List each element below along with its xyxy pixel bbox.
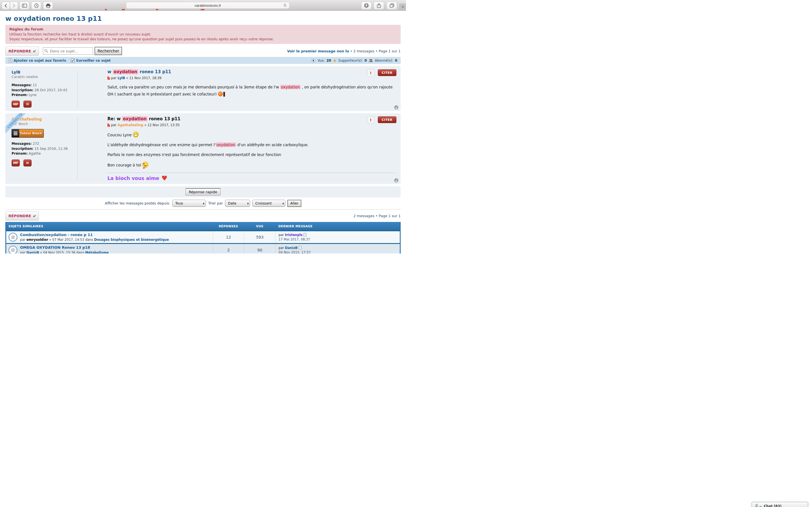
reply-button[interactable]: RÉPONDRE bbox=[5, 211, 39, 220]
post-doc-icon bbox=[107, 123, 110, 127]
topic-stats: Vus:20 ★ Supporteur(s):0 + Abonné(s):0 bbox=[311, 58, 397, 63]
back-to-top-icon[interactable]: ▲ bbox=[394, 105, 398, 110]
print-icon[interactable] bbox=[43, 2, 53, 9]
back-to-top-icon[interactable]: ▲ bbox=[394, 178, 398, 182]
heart-icon: ♥ bbox=[161, 175, 167, 182]
rules-line: Soyez respectueux, et pour faciliter le … bbox=[9, 37, 397, 42]
topic-link[interactable]: OMEGA OXYDATION Roneo 13 p18 bbox=[20, 245, 109, 250]
private-message-button[interactable]: MP bbox=[11, 101, 20, 108]
topic-icon bbox=[8, 245, 17, 253]
add-favorite-link[interactable]: ★ Ajouter ce sujet aux favoris bbox=[9, 58, 66, 63]
author-stats: Messages: 272 Inscription: 15 Sep 2016, … bbox=[11, 142, 77, 156]
post-date: » 11 Nov 2017, 18:39 bbox=[126, 76, 161, 80]
history-icon[interactable] bbox=[31, 2, 41, 9]
banner-fragment bbox=[122, 9, 125, 10]
share-icon[interactable] bbox=[373, 2, 384, 9]
table-row: Combustion/oxydation - ronéo p 11 par em… bbox=[6, 230, 400, 243]
topic-icon bbox=[8, 233, 17, 242]
quote-button[interactable]: CITER bbox=[378, 69, 396, 76]
bottom-topic-meta: 2 messages • Page 1 sur 1 bbox=[353, 214, 401, 218]
column-header-replies: RÉPONSES bbox=[213, 224, 244, 228]
first-unread-link[interactable]: Voir le premier message non lu bbox=[287, 49, 349, 53]
display-options-row: Afficher les messages postés depuis: Tou… bbox=[5, 200, 401, 207]
forward-button[interactable] bbox=[10, 2, 18, 9]
search-highlight: oxydation bbox=[122, 116, 147, 121]
sort-order-select[interactable]: Croissant ▲▼ bbox=[252, 200, 285, 207]
topic-link[interactable]: Combustion/oxydation - ronéo p 11 bbox=[20, 233, 169, 237]
reply-arrow-icon bbox=[33, 214, 36, 217]
reload-icon[interactable] bbox=[283, 3, 287, 8]
author-join-date: 15 Sep 2016, 11:36 bbox=[35, 147, 68, 151]
email-button[interactable]: ✉ bbox=[23, 159, 32, 166]
report-button[interactable]: ! bbox=[367, 116, 374, 124]
author-rank: Tut' Bioch bbox=[11, 122, 77, 126]
quote-button[interactable]: CITER bbox=[378, 116, 396, 123]
post-body-line: Parfois le nom des enzymes n'est pas for… bbox=[107, 151, 396, 158]
report-button[interactable]: ! bbox=[367, 69, 374, 76]
reply-button[interactable]: RÉPONDRE bbox=[5, 47, 39, 55]
email-button[interactable]: ✉ bbox=[23, 101, 32, 108]
signature-text: La bioch vous aime bbox=[107, 175, 159, 181]
replies-count: 12 bbox=[213, 231, 244, 243]
new-tab-button[interactable]: + bbox=[400, 4, 406, 10]
topic-byline: par DanizB » 04 Nov 2015, 15:36 dans Mét… bbox=[20, 251, 109, 253]
byline-author-link[interactable]: LylB bbox=[117, 76, 125, 80]
subscribers-count: 0 bbox=[395, 59, 397, 62]
topic-author-link[interactable]: emrysoldier bbox=[27, 238, 48, 242]
topic-byline: par emrysoldier » 07 Mar 2017, 14:53 dan… bbox=[20, 238, 169, 242]
search-input[interactable] bbox=[43, 47, 93, 55]
post-title-link[interactable]: w oxydation roneo 13 p11 bbox=[107, 69, 396, 74]
emoji-grin bbox=[133, 131, 139, 137]
select-arrows-icon: ▲▼ bbox=[202, 202, 206, 205]
supporters-count: 0 bbox=[364, 59, 367, 62]
display-label: Afficher les messages postés depuis: bbox=[105, 201, 170, 205]
topic-author-link[interactable]: DanizB bbox=[27, 251, 39, 253]
views-count: 593 bbox=[244, 231, 275, 243]
author-username-link[interactable]: LylB bbox=[11, 70, 77, 74]
reply-arrow-icon bbox=[33, 50, 36, 53]
goto-last-post-icon[interactable] bbox=[303, 233, 306, 237]
sort-by-select[interactable]: Date ▲▼ bbox=[225, 200, 250, 207]
last-author-link[interactable]: tristenpls bbox=[285, 233, 303, 237]
forum-rules-box: Règles du forum Utilisez la fonction rec… bbox=[5, 25, 401, 44]
byline-author-link[interactable]: Agathafeeling bbox=[117, 123, 143, 127]
search-button[interactable]: Rechercher bbox=[95, 47, 122, 55]
post-content: w oxydation roneo 13 p11 par LylB » 11 N… bbox=[78, 66, 401, 111]
topic-meta: Voir le premier message non lu • 2 messa… bbox=[287, 49, 401, 53]
goto-last-post-icon[interactable] bbox=[299, 246, 302, 249]
forum-link[interactable]: Métabolisme bbox=[85, 251, 109, 253]
go-button[interactable]: Aller bbox=[288, 200, 301, 207]
downloads-button[interactable] bbox=[361, 2, 371, 9]
author-messages-count: 272 bbox=[33, 142, 39, 146]
post-body: Salut, cela va paraitre un peu con mais … bbox=[107, 83, 396, 98]
author-first-name: Lyne bbox=[29, 93, 37, 97]
quick-reply-band: Réponse rapide bbox=[5, 186, 401, 198]
display-since-select[interactable]: Tous ▲▼ bbox=[172, 200, 206, 207]
sidebar-icon[interactable] bbox=[19, 2, 29, 9]
sort-label: Trier par bbox=[208, 201, 223, 205]
post-title-link[interactable]: Re: w oxydation roneo 13 p11 bbox=[107, 116, 396, 121]
tabs-overview-icon[interactable] bbox=[387, 2, 397, 9]
envelope-icon: ✉ bbox=[26, 161, 29, 165]
last-message-date: 04 Nov 2015, 17:57 bbox=[278, 250, 397, 253]
contact-buttons: MP ✉ bbox=[11, 159, 77, 166]
column-header-title: SUJETS SIMILAIRES bbox=[6, 224, 213, 228]
search-highlight: oxydation bbox=[216, 143, 236, 147]
column-header-last: DERNIER MESSAGE bbox=[275, 224, 400, 228]
post-buttons: ! CITER bbox=[367, 69, 396, 76]
divider bbox=[5, 209, 401, 210]
private-message-button[interactable]: MP bbox=[11, 159, 20, 166]
address-bar[interactable]: carabinsnicois.fr bbox=[126, 2, 290, 9]
back-button[interactable] bbox=[2, 2, 10, 9]
views-count: 90 bbox=[244, 244, 275, 253]
post-byline: par Agathafeeling » 12 Nov 2017, 13:35 bbox=[107, 123, 396, 127]
quick-reply-button[interactable]: Réponse rapide bbox=[186, 188, 220, 195]
post-body-line: Coucou Lyne bbox=[107, 131, 396, 138]
forum-page: w oxydation roneo 13 p11 Règles du forum… bbox=[0, 15, 406, 253]
forum-link[interactable]: Dosages biophysiques et bioénergétique bbox=[94, 238, 169, 242]
last-author-link[interactable]: DanizB bbox=[285, 246, 298, 250]
replies-count: 2 bbox=[213, 244, 244, 253]
watch-topic-link[interactable]: Surveiller ce sujet bbox=[71, 59, 111, 62]
topic-actions-bar: ★ Ajouter ce sujet aux favoris Surveille… bbox=[5, 57, 401, 64]
author-stats: Messages: 11 Inscription: 28 Oct 2017, 1… bbox=[11, 83, 77, 98]
